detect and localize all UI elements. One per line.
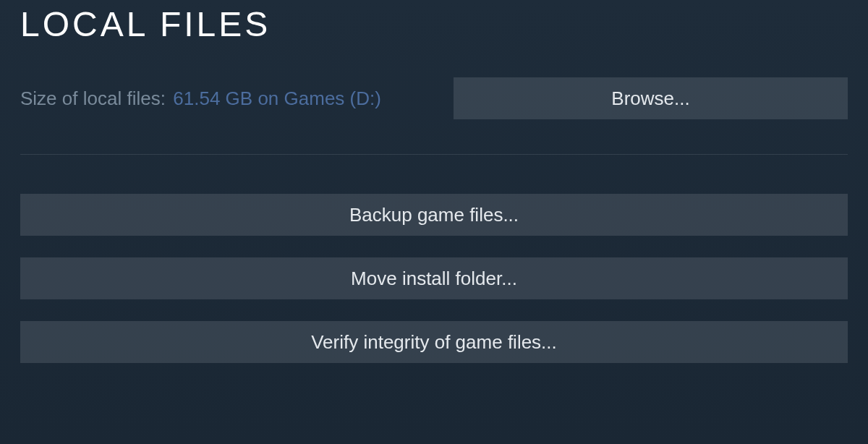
backup-game-files-button[interactable]: Backup game files...	[20, 194, 848, 236]
local-files-panel: LOCAL FILES Size of local files: 61.54 G…	[0, 0, 868, 363]
verify-integrity-button[interactable]: Verify integrity of game files...	[20, 321, 848, 363]
browse-button[interactable]: Browse...	[454, 77, 848, 119]
divider	[20, 154, 848, 155]
move-install-folder-button[interactable]: Move install folder...	[20, 257, 848, 299]
size-row: Size of local files: 61.54 GB on Games (…	[20, 77, 848, 119]
size-info: Size of local files: 61.54 GB on Games (…	[20, 87, 381, 110]
page-title: LOCAL FILES	[20, 4, 848, 44]
size-value: 61.54 GB on Games (D:)	[173, 87, 381, 109]
size-label: Size of local files:	[20, 87, 166, 109]
